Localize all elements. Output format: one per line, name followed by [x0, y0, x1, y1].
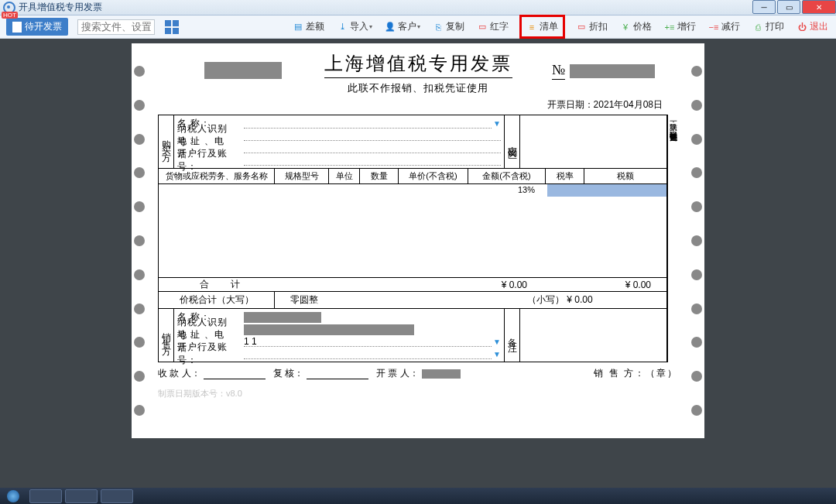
redacted-code — [204, 62, 282, 79]
start-button[interactable] — [0, 488, 26, 504]
list-button[interactable]: ≡清单 — [525, 18, 560, 36]
items-body[interactable]: 13% — [159, 184, 666, 277]
exit-button[interactable]: ⏻退出 — [795, 18, 830, 36]
chevron-down-icon[interactable]: ▼ — [493, 119, 501, 128]
password-area — [519, 115, 666, 168]
rate-cell[interactable]: 13% — [507, 185, 546, 194]
seller-section: 销售方 名 称： 纳税人识别号： 地 址 、电 话：1 1▼ 开户行及账号：▼ … — [159, 309, 666, 362]
seller-name-input[interactable] — [244, 311, 501, 322]
seller-stamp: 销 售 方：（章） — [594, 367, 678, 380]
discount-button[interactable]: ▭折扣 — [574, 18, 609, 36]
task-item[interactable] — [65, 489, 98, 503]
task-item[interactable] — [101, 489, 133, 503]
invoice-header: 上海增值税专用发票 № — [158, 51, 678, 78]
seller-taxid-input[interactable] — [244, 324, 501, 334]
chevron-down-icon[interactable]: ▼ — [493, 350, 501, 358]
issue-date: 开票日期：2021年04月08日 — [158, 98, 663, 111]
buyer-addr-input[interactable] — [244, 142, 501, 153]
tax-cell-selected[interactable] — [547, 184, 666, 197]
buyer-label: 购买方 — [159, 115, 174, 168]
seller-bank-input[interactable] — [244, 348, 492, 359]
window-title: 开具增值税专用发票 — [19, 1, 751, 14]
sprocket-left — [128, 43, 150, 438]
qr-icon[interactable] — [164, 19, 180, 35]
version-text: 制票日期版本号：v8.0 — [158, 388, 678, 399]
invoice-number: № — [552, 62, 655, 80]
buyer-section: 购买方 名 称：▼ 纳税人识别号： 地 址 、电 话： 开户行及账号： 密码区 — [159, 115, 666, 169]
difference-button[interactable]: ▤差额 — [291, 18, 326, 36]
total-amount: ¥ 0.00 — [290, 279, 550, 290]
close-button[interactable]: ✕ — [802, 0, 836, 14]
window-titlebar: 开具增值税专用发票 ─ ▭ ✕ — [0, 0, 836, 15]
capital-amount: 零圆整 — [275, 293, 527, 307]
task-item[interactable] — [29, 489, 62, 503]
sub-note: 此联不作报销、扣税凭证使用 — [158, 81, 678, 95]
invoice-paper: 上海增值税专用发票 № 此联不作报销、扣税凭证使用 开票日期：2021年04月0… — [132, 43, 704, 438]
lowercase-amount: ¥ 0.00 — [567, 294, 592, 305]
price-button[interactable]: ¥价格 — [618, 18, 653, 36]
password-label: 密码区 — [504, 115, 519, 168]
invoice-title: 上海增值税专用发票 — [324, 51, 512, 78]
del-row-button[interactable]: −≡减行 — [707, 18, 742, 36]
total-tax: ¥ 0.00 — [550, 279, 666, 290]
workspace: 上海增值税专用发票 № 此联不作报销、扣税凭证使用 开票日期：2021年04月0… — [0, 39, 836, 488]
add-row-button[interactable]: +≡增行 — [663, 18, 697, 36]
payee-input[interactable] — [204, 369, 266, 379]
copy-button[interactable]: ⎘复制 — [431, 18, 466, 36]
import-button[interactable]: ⤓导入▾ — [335, 18, 374, 36]
totals-row: 合 计 ¥ 0.00 ¥ 0.00 — [159, 278, 666, 292]
redacted-drawer — [422, 369, 461, 379]
side-note: 第一联：记账联 销售方记账凭证 — [667, 115, 678, 362]
print-button[interactable]: ⎙打印 — [751, 18, 786, 36]
invoice-form: 购买方 名 称：▼ 纳税人识别号： 地 址 、电 话： 开户行及账号： 密码区 — [158, 115, 667, 362]
remark-label: 备注 — [504, 309, 519, 362]
maximize-button[interactable]: ▭ — [777, 0, 800, 14]
seller-label: 销售方 — [159, 309, 174, 362]
taskbar — [0, 488, 836, 504]
items-section: 货物或应税劳务、服务名称 规格型号 单位 数量 单价(不含税) 金额(不含税) … — [159, 169, 666, 278]
customer-button[interactable]: 👤客户▾ — [383, 18, 422, 36]
footer-row: 收 款 人： 复 核： 开 票 人： 销 售 方：（章） — [158, 367, 678, 380]
pending-invoice-button[interactable]: 待开发票 — [6, 18, 68, 36]
items-header: 货物或应税劳务、服务名称 规格型号 单位 数量 单价(不含税) 金额(不含税) … — [159, 169, 666, 184]
remark-area[interactable] — [519, 309, 666, 362]
search-input[interactable] — [77, 19, 155, 35]
grand-total-row: 价税合计（大写） 零圆整 （小写） ¥ 0.00 — [159, 292, 666, 309]
chevron-down-icon[interactable]: ▼ — [493, 338, 501, 346]
buyer-name-input[interactable] — [244, 118, 492, 129]
qingdan-highlight: ≡清单 — [519, 15, 565, 39]
checker-input[interactable] — [307, 369, 368, 379]
minimize-button[interactable]: ─ — [752, 0, 776, 14]
redacted-number — [570, 64, 655, 78]
sprocket-right — [686, 43, 708, 438]
red-button[interactable]: ▭红字 — [475, 18, 510, 36]
toolbar: 待开发票 ▤差额 ⤓导入▾ 👤客户▾ ⎘复制 ▭红字 ≡清单 ▭折扣 ¥价格 +… — [0, 15, 836, 39]
buyer-bank-input[interactable] — [244, 155, 501, 166]
buyer-taxid-input[interactable] — [244, 130, 501, 141]
document-icon — [12, 22, 22, 33]
seller-addr-input[interactable]: 1 1 — [244, 336, 492, 347]
